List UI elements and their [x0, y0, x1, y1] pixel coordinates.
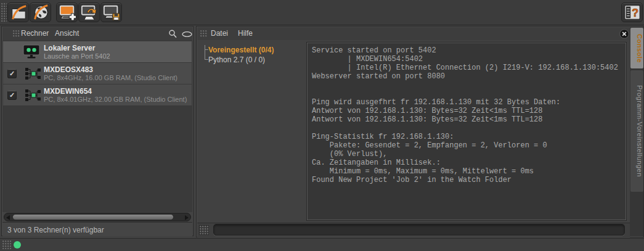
toolbar-grip-handle[interactable]	[1, 3, 7, 22]
machine-checkbox[interactable]: ✓	[7, 69, 17, 78]
console-log-text: Service started on port 5402 | MXDEWIN65…	[308, 43, 626, 187]
tree-item-python[interactable]: Python 2.7 (0 / 0)	[208, 56, 265, 64]
machines-menubar: Rechner Ansicht	[2, 27, 192, 41]
machine-checkbox[interactable]: ✓	[7, 91, 17, 100]
scroll-left-arrow-icon[interactable]	[6, 215, 10, 220]
export-machine-button[interactable]	[78, 2, 100, 22]
monitor-export-icon	[80, 4, 99, 21]
console-input-row	[197, 223, 630, 237]
machine-row-lokaler-server[interactable]: Lokaler Server Lausche an Port 5402	[3, 41, 192, 63]
machine-title: Lokaler Server	[44, 44, 95, 52]
save-machine-button[interactable]	[100, 2, 122, 22]
bottombar-grip-handle[interactable]	[2, 241, 11, 249]
menu-datei[interactable]: Datei	[211, 29, 228, 38]
close-icon[interactable]	[619, 29, 629, 39]
add-machine-button[interactable]	[56, 2, 78, 22]
help-button[interactable]: ?	[621, 2, 643, 22]
machine-list-hscrollbar[interactable]	[4, 213, 191, 221]
scroll-right-arrow-icon[interactable]	[185, 215, 189, 220]
machine-title: MXDEOSX483	[44, 65, 93, 74]
machines-status-text: 3 von 3 Rechner(n) verfügbar	[7, 226, 104, 234]
console-command-input[interactable]	[213, 224, 625, 236]
tab-programm-voreinstellungen-label: Programm-Voreinstellungen	[636, 85, 643, 177]
console-panel: Datei Hilfe Console Programm-Voreinstell…	[196, 26, 644, 237]
svg-text:?: ?	[632, 7, 638, 19]
menu-hilfe[interactable]: Hilfe	[238, 29, 253, 38]
server-monitor-icon	[23, 44, 40, 59]
tab-console-label: Console	[636, 34, 643, 63]
team-render-server-window: ? Rechner Ansicht	[0, 0, 644, 251]
window-bottombar	[0, 238, 644, 251]
machine-row-mxdeosx483[interactable]: ✓ MXDEOSX483 PC, 8x4GHz, 16.00 GB RAM, (	[3, 63, 192, 84]
console-log-area[interactable]: Service started on port 5402 | MXDEWIN65…	[307, 43, 626, 220]
eye-filter-icon[interactable]	[181, 30, 193, 38]
tree-item-voreingestellt[interactable]: Voreingestellt (0/4)	[208, 46, 274, 54]
machines-statusbar: 3 von 3 Rechner(n) verfügbar	[2, 222, 192, 236]
console-content: Voreingestellt (0/4) Python 2.7 (0 / 0) …	[197, 40, 630, 223]
console-tabstrip: Console Programm-Voreinstellungen	[630, 27, 643, 236]
machine-subtitle: Lausche an Port 5402	[44, 52, 110, 60]
monitor-save-icon	[102, 4, 121, 21]
machines-panel: Rechner Ansicht	[1, 26, 194, 236]
monitor-add-icon	[58, 4, 76, 21]
console-menubar-grip-handle[interactable]	[200, 30, 207, 38]
open-project-button[interactable]	[7, 2, 29, 22]
network-node-icon	[25, 88, 41, 102]
globe-swoosh-icon	[31, 4, 50, 21]
menu-ansicht[interactable]: Ansicht	[55, 29, 79, 38]
machine-subtitle: PC, 8x4.01GHz, 32.00 GB RAM, (Studio Cli…	[44, 96, 187, 103]
network-node-icon	[25, 67, 41, 81]
machine-list: Lokaler Server Lausche an Port 5402 ✓	[2, 40, 192, 212]
folder-swoosh-icon	[9, 4, 28, 21]
hscrollbar-thumb[interactable]	[12, 214, 174, 220]
console-menubar: Datei Hilfe	[197, 27, 630, 41]
tree-connector-line	[205, 45, 205, 60]
menu-rechner[interactable]: Rechner	[21, 29, 49, 38]
machine-subtitle: PC, 8x4GHz, 16.00 GB RAM, (Studio Client…	[44, 74, 177, 81]
machine-title: MXDEWIN654	[44, 87, 92, 96]
server-status-indicator	[14, 241, 21, 249]
console-input-grip-handle[interactable]	[199, 225, 209, 235]
tab-programm-voreinstellungen[interactable]: Programm-Voreinstellungen	[630, 70, 643, 192]
open-network-button[interactable]	[30, 2, 51, 22]
main-toolbar: ?	[0, 0, 644, 25]
tab-console[interactable]: Console	[630, 28, 643, 68]
machine-row-mxdewin654[interactable]: ✓ MXDEWIN654 PC, 8x4.01GHz, 32.00 GB RAM	[3, 84, 192, 106]
search-icon[interactable]	[168, 29, 178, 39]
help-icon: ?	[623, 4, 642, 21]
machines-menubar-grip-handle[interactable]	[13, 30, 20, 38]
